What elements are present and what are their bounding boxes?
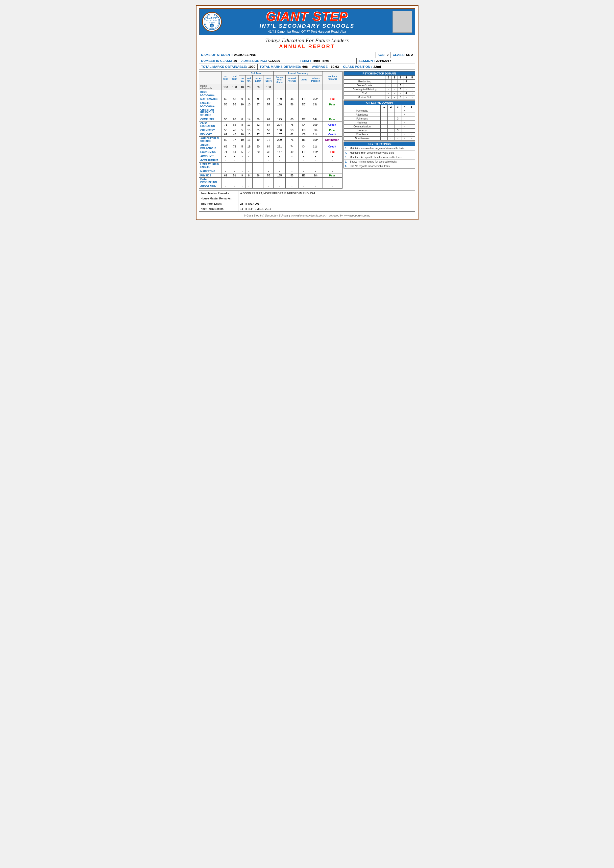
table-row: MARKETING - - - - - - - - - - - (199, 169, 342, 174)
t2-score: - (230, 184, 239, 189)
total-score: 53 (264, 174, 274, 178)
subject-name: AGRICULTURAL SCIENCE (199, 136, 221, 143)
total-obtained: 606 (302, 65, 308, 68)
key-description: Maintains an excellent degree of observa… (350, 147, 405, 150)
affective-score-3: - (394, 113, 402, 117)
table-row: IGBO LANGUAGE - - - - - - - - - - - (199, 90, 342, 97)
t1-score: - (221, 169, 230, 174)
remarks: Fail (322, 97, 342, 101)
term-ends-value: 28TH JULY 2017 (239, 201, 262, 206)
school-name: GIANT STEP (224, 10, 390, 23)
mo-ca2: 20 (245, 84, 253, 90)
psycho-score-2: - (392, 84, 397, 88)
position: 11th (309, 150, 322, 154)
info-row-3: TOTAL MARKS OBTAINABLE: 1000 TOTAL MARKS… (199, 64, 415, 70)
ca2-header: 2ndCA (245, 76, 253, 84)
house-master-label: House Master Remarks: (199, 196, 239, 201)
remarks-section: Form Master Remarks: A GOOD RESULT, MORE… (199, 191, 415, 212)
position: 9th (309, 174, 322, 178)
subject-name: ENGLISH LANGUAGE (199, 101, 221, 108)
remarks: Pass (322, 174, 342, 178)
subject-name: ECONOMICS (199, 150, 221, 154)
position: - (309, 169, 322, 174)
ca1-score: - (239, 154, 245, 158)
table-row: PHYSICS 61 51 9 8 36 53 165 55 E8 9th Pa… (199, 174, 342, 178)
key-number: 3. (345, 156, 349, 159)
mo-total: 100 (264, 84, 274, 90)
remarks: Credit (322, 132, 342, 136)
total-score: - (264, 108, 274, 117)
ca1-score: - (239, 184, 245, 189)
ca1-score: 8 (239, 121, 245, 128)
psycho-score-3: 3 (397, 96, 403, 99)
affective-score-2: - (388, 121, 394, 125)
subject-name: ANIMAL HUSBANDRY (199, 143, 221, 150)
psycho-score-4: - (403, 88, 409, 91)
total-score: 59 (264, 128, 274, 132)
affective-row: Punctuality---4- (344, 109, 415, 113)
table-row: ACCOUNTS - - - - - - - - - - - (199, 154, 342, 158)
key-description: Maintains Acceptable Level of observable… (350, 156, 402, 159)
subject-name: MARKETING (199, 169, 221, 174)
ca2-score: 14 (245, 117, 253, 121)
annual-total: - (274, 169, 285, 174)
exam-score: 49 (253, 136, 264, 143)
total-score: 87 (264, 121, 274, 128)
table-row: CHRISTIAN RELIGIOUS STUDIES - - - - - - … (199, 108, 342, 117)
annual-avg: 53 (285, 128, 298, 132)
ca2-score: - (245, 178, 253, 184)
exam-score: 47 (253, 132, 264, 136)
student-info: NAME OF STUDENT: AGBO EZINNE AGE: 0 CLAS… (199, 52, 415, 70)
table-row: AGRICULTURAL SCIENCE 80 77 10 13 49 72 2… (199, 136, 342, 143)
t1-score: 62 (221, 97, 230, 101)
right-panel: PSYCHOMOTOR DOMAIN 1 2 3 4 5 Handwriting… (344, 71, 415, 189)
annual-report-title: ANNUAL REPORT (199, 43, 415, 49)
affective-header: AFFECTIVE DOMAIN (344, 101, 415, 105)
subject-name: COMPUTER (199, 117, 221, 121)
average-value: 60.63 (331, 65, 339, 68)
table-row: CHEMISTRY 56 45 5 15 39 59 160 53 E8 9th… (199, 128, 342, 132)
t2-score: 77 (230, 136, 239, 143)
affective-col-3: 3 (394, 105, 402, 109)
key-title: KEY TO RATINGS (344, 142, 415, 146)
exam-score: - (253, 154, 264, 158)
main-content: 1stTerm 2ndTerm 3rd Term Annual Summary … (199, 71, 415, 189)
ca2-score: 7 (245, 150, 253, 154)
annual-total: - (274, 163, 285, 169)
psycho-row: Craft---4- (344, 91, 415, 96)
psycho-score-4: 4 (403, 80, 409, 84)
affective-score-2: - (388, 117, 394, 121)
annual-avg: 49 (285, 150, 298, 154)
affective-score-2: - (388, 136, 394, 141)
affective-row: Attendance---4- (344, 113, 415, 117)
annual-total: - (274, 184, 285, 189)
t2-score: 63 (230, 117, 239, 121)
table-row: GEOGRAPHY - - - - - - - - - - - (199, 184, 342, 189)
t1-score: 71 (221, 121, 230, 128)
t2-score: - (230, 178, 239, 184)
annual-avg: - (285, 158, 298, 163)
t2-score: 53 (230, 101, 239, 108)
position: 11th (309, 132, 322, 136)
annual-total: 221 (274, 143, 285, 150)
exam-score: - (253, 90, 264, 97)
affective-score-2: - (388, 113, 394, 117)
subject-name: IGBO LANGUAGE (199, 90, 221, 97)
position: 13th (309, 101, 322, 108)
annual-total: 168 (274, 101, 285, 108)
admission-label: ADMISSION NO.: G.S/320 (239, 58, 298, 64)
exam-score: 20 (253, 150, 264, 154)
annual-avg: - (285, 184, 298, 189)
grades-section: 1stTerm 2ndTerm 3rd Term Annual Summary … (199, 71, 343, 189)
info-row-1: NAME OF STUDENT: AGBO EZINNE AGE: 0 CLAS… (199, 52, 415, 58)
remarks: - (322, 163, 342, 169)
exam-score: - (253, 169, 264, 174)
ca1-score: 5 (239, 128, 245, 132)
table-row: BIOLOGY 69 48 10 13 47 70 187 62 C6 11th… (199, 132, 342, 136)
grade: E8 (299, 128, 309, 132)
grade: D7 (299, 117, 309, 121)
exam-score: - (253, 158, 264, 163)
affective-score-4: 4 (401, 133, 408, 136)
annual-avg: - (285, 90, 298, 97)
table-row: ENGLISH LANGUAGE 58 53 10 10 37 57 168 5… (199, 101, 342, 108)
